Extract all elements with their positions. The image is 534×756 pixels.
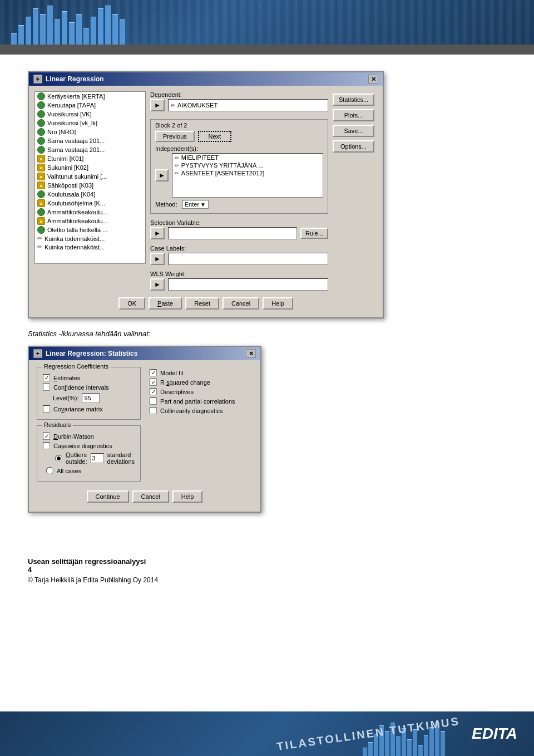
block-label: Block 2 of 2	[155, 122, 323, 129]
reset-button[interactable]: Reset	[185, 297, 219, 310]
durbin-checkbox[interactable]	[43, 433, 50, 440]
help-button[interactable]: Help	[263, 297, 293, 310]
dialog-body: Keräyskerta [KERTA]Keruutapa [TAPA]Vuosi…	[29, 86, 383, 317]
variable-list-item[interactable]: Nro [NRO]	[35, 127, 145, 136]
variable-list[interactable]: Keräyskerta [KERTA]Keruutapa [TAPA]Vuosi…	[34, 91, 146, 264]
part-partial-checkbox[interactable]	[150, 397, 157, 405]
outliers-input[interactable]	[91, 453, 104, 463]
selection-field[interactable]	[168, 227, 297, 239]
durbin-label: Durbin-Watson	[53, 433, 94, 440]
model-fit-checkbox[interactable]	[150, 369, 157, 376]
variable-list-item[interactable]: Vuosikurssi [vk_lk]	[35, 119, 145, 127]
independent-list[interactable]: ✏MIELIPITEET✏PYSTYVYYS YRITTÄJÄNÄ ...✏AS…	[172, 153, 323, 198]
stats-title-bar: Linear Regression: Statistics ✕	[29, 347, 260, 360]
variable-list-item[interactable]: Keruutapa [TAPA]	[35, 101, 145, 110]
variable-list-item[interactable]: Koulutusala [K04]	[35, 190, 145, 199]
wls-section: WLS Weight: ►	[150, 271, 328, 291]
variable-list-item[interactable]: ✏Kuinka todennäköist...	[35, 234, 145, 243]
dependent-field[interactable]: ✏ AIKOMUKSET	[168, 99, 328, 111]
confidence-row: Confidence intervals	[43, 384, 135, 391]
block-section: Block 2 of 2 Previous Next Independent(s…	[150, 119, 328, 214]
variable-list-item[interactable]: Sama vastaaja 201...	[35, 145, 145, 154]
variable-list-item[interactable]: Vuosikurssi [VK]	[35, 110, 145, 119]
casewise-label: Casewise diagnostics	[53, 443, 112, 449]
wls-field[interactable]	[168, 278, 328, 291]
regression-coeff-group: Regression Coefficients Estimates Confid…	[37, 367, 141, 420]
case-labels-arrow-btn[interactable]: ►	[150, 253, 165, 265]
estimates-checkbox[interactable]	[43, 374, 50, 381]
variable-list-item[interactable]: aEtunimi [K01]	[35, 154, 145, 163]
gray-divider	[0, 45, 534, 55]
all-cases-radio[interactable]	[46, 467, 53, 474]
casewise-checkbox[interactable]	[43, 442, 50, 449]
stats-cancel-button[interactable]: Cancel	[132, 490, 169, 503]
variable-list-item[interactable]: Sama vastaaja 201...	[35, 136, 145, 145]
outliers-label: Outliers outside:	[66, 451, 87, 465]
cancel-button[interactable]: Cancel	[222, 297, 259, 310]
dependent-value: AIKOMUKSET	[177, 102, 217, 109]
variable-list-item[interactable]: aSukunimi [K02]	[35, 163, 145, 172]
footer-title: Usean selittäjän regressioanalyysi 4	[28, 557, 506, 574]
dependent-arrow-btn[interactable]: ►	[150, 99, 165, 111]
continue-button[interactable]: Continue	[87, 490, 129, 503]
level-input[interactable]	[82, 393, 100, 403]
residuals-group: Residuals Durbin-Watson Casewise diagnos…	[37, 425, 141, 482]
stats-close-button[interactable]: ✕	[246, 349, 256, 358]
all-cases-label: All cases	[57, 468, 81, 474]
variable-list-item[interactable]: aSähköposti [K03]	[35, 181, 145, 190]
stats-right-col: Model fit R squared change Descriptives …	[150, 367, 253, 486]
variable-list-item[interactable]: Oletko tällä hetkellä ...	[35, 225, 145, 234]
model-fit-row: Model fit	[150, 369, 253, 376]
wls-row: ►	[150, 278, 328, 291]
wls-label: WLS Weight:	[150, 271, 328, 277]
variable-list-item[interactable]: ✏Kuinka todennäköist...	[35, 243, 145, 251]
statistics-text: Statistics -ikkunassa tehdään valinnat:	[28, 330, 506, 338]
dialog-title-text: Linear Regression	[46, 75, 104, 83]
estimates-label: Estimates	[53, 375, 80, 381]
variable-list-item[interactable]: aAmmattikorkeakoulu...	[35, 217, 145, 225]
options-button[interactable]: Options...	[333, 140, 374, 153]
independent-arrow-btn[interactable]: ►	[155, 169, 169, 181]
statistics-button[interactable]: Statistics...	[333, 94, 374, 106]
descriptives-checkbox[interactable]	[150, 388, 157, 395]
variable-list-item[interactable]: aKoulutusohjelma [K...	[35, 199, 145, 208]
next-button[interactable]: Next	[198, 131, 231, 142]
block-buttons: Previous Next	[155, 131, 323, 142]
confidence-checkbox[interactable]	[43, 384, 50, 391]
variable-list-item[interactable]: Ammattikorkeakoulu...	[35, 208, 145, 217]
paste-button[interactable]: Paste	[149, 297, 182, 310]
collinearity-checkbox[interactable]	[150, 407, 157, 414]
outliers-radio[interactable]	[55, 455, 62, 462]
case-labels-field[interactable]	[168, 253, 328, 265]
estimates-row: Estimates	[43, 374, 135, 381]
descriptives-label: Descriptives	[160, 389, 194, 395]
independent-list-item[interactable]: ✏ASENTEET [ASENTEET2012]	[172, 169, 323, 177]
selection-arrow-btn[interactable]: ►	[150, 227, 165, 239]
method-row: Method: Enter ▼	[155, 200, 323, 209]
independent-list-item[interactable]: ✏MIELIPITEET	[172, 154, 323, 161]
previous-button[interactable]: Previous	[155, 131, 195, 142]
save-button[interactable]: Save...	[333, 125, 374, 137]
independent-list-item[interactable]: ✏PYSTYVYYS YRITTÄJÄNÄ ...	[172, 161, 323, 169]
method-label: Method:	[155, 201, 177, 208]
independent-label: Independent(s):	[155, 145, 323, 152]
r-squared-row: R squared change	[150, 379, 253, 386]
method-dropdown-arrow[interactable]: ▼	[200, 202, 206, 208]
stats-help-button[interactable]: Help	[172, 490, 203, 503]
selection-section: Selection Variable: ► Rule...	[150, 219, 328, 239]
ok-button[interactable]: OK	[118, 297, 145, 310]
dependent-row: ► ✏ AIKOMUKSET	[150, 99, 328, 111]
plots-button[interactable]: Plots...	[333, 109, 374, 121]
r-squared-checkbox[interactable]	[150, 379, 157, 386]
lr-middle: Dependent: ► ✏ AIKOMUKSET Block 2 of 2	[150, 91, 328, 293]
close-button[interactable]: ✕	[368, 75, 378, 84]
covariance-checkbox[interactable]	[43, 405, 50, 413]
variable-list-item[interactable]: aVaihtunut sukunimi [...	[35, 172, 145, 181]
dialog-title-bar: Linear Regression ✕	[29, 72, 383, 86]
variable-list-item[interactable]: Keräyskerta [KERTA]	[35, 92, 145, 101]
wls-arrow-btn[interactable]: ►	[150, 278, 165, 291]
residuals-label: Residuals	[42, 421, 73, 428]
title-icon	[33, 75, 42, 84]
level-label: Level(%):	[53, 395, 78, 401]
rule-button[interactable]: Rule...	[300, 228, 328, 239]
